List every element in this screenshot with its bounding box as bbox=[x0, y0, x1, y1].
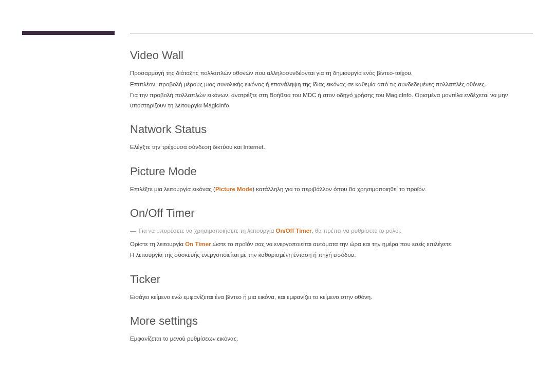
section-picture-mode: Picture Mode Επιλέξτε μια λειτουργία εικ… bbox=[130, 165, 533, 195]
horizontal-rule bbox=[130, 33, 533, 33]
body-text: Επιλέξτε μια λειτουργία εικόνας (Picture… bbox=[130, 184, 533, 195]
dash-icon: ― bbox=[130, 228, 136, 234]
text-fragment: ώστε το προϊόν σας να ενεργοποιείται αυτ… bbox=[211, 241, 453, 247]
text-fragment: Επιλέξτε μια λειτουργία εικόνας ( bbox=[130, 186, 215, 192]
section-network-status: Natwork Status Ελέγξτε την τρέχουσα σύνδ… bbox=[130, 123, 533, 153]
text-fragment: Ορίστε τη λειτουργία bbox=[130, 241, 185, 247]
highlight-term: On/Off Timer bbox=[276, 228, 312, 234]
highlight-term: Picture Mode bbox=[215, 186, 252, 192]
body-text: Ορίστε τη λειτουργία On Timer ώστε το πρ… bbox=[130, 239, 533, 250]
accent-bar bbox=[22, 31, 115, 35]
section-title: Ticker bbox=[130, 273, 533, 286]
section-title: Natwork Status bbox=[130, 123, 533, 136]
section-more-settings: More settings Εμφανίζεται το μενού ρυθμί… bbox=[130, 314, 533, 344]
text-fragment: Για να μπορέσετε να χρησιμοποιήσετε τη λ… bbox=[139, 228, 276, 234]
text-fragment: , θα πρέπει να ρυθμίσετε το ρολόι. bbox=[312, 228, 402, 234]
section-on-off-timer: On/Off Timer ― Για να μπορέσετε να χρησι… bbox=[130, 207, 533, 260]
text-fragment: ) κατάλληλη για το περιβάλλον όπου θα χρ… bbox=[252, 186, 427, 192]
body-text: Η λειτουργία της συσκευής ενεργοποιείται… bbox=[130, 250, 533, 260]
section-video-wall: Video Wall Προσαρμογή της διάταξης πολλα… bbox=[130, 49, 533, 110]
highlight-term: On Timer bbox=[185, 241, 211, 247]
page-content: Video Wall Προσαρμογή της διάταξης πολλα… bbox=[130, 49, 533, 357]
body-text: Ελέγξτε την τρέχουσα σύνδεση δικτύου και… bbox=[130, 142, 533, 153]
section-title: Picture Mode bbox=[130, 165, 533, 178]
body-text: Προσαρμογή της διάταξης πολλαπλών οθονών… bbox=[130, 68, 533, 79]
body-text: Εμφανίζεται το μενού ρυθμίσεων εικόνας. bbox=[130, 334, 533, 344]
section-title: On/Off Timer bbox=[130, 207, 533, 220]
body-text: Εισάγει κείμενο ενώ εμφανίζεται ένα βίντ… bbox=[130, 292, 533, 303]
section-title: Video Wall bbox=[130, 49, 533, 62]
note-row: ― Για να μπορέσετε να χρησιμοποιήσετε τη… bbox=[130, 226, 533, 236]
note-text: Για να μπορέσετε να χρησιμοποιήσετε τη λ… bbox=[139, 226, 402, 236]
section-ticker: Ticker Εισάγει κείμενο ενώ εμφανίζεται έ… bbox=[130, 273, 533, 303]
section-title: More settings bbox=[130, 314, 533, 328]
body-text: Επιπλέον, προβολή μέρους μιας συνολικής … bbox=[130, 80, 533, 90]
body-text: Για την προβολή πολλαπλών εικόνων, ανατρ… bbox=[130, 90, 533, 110]
